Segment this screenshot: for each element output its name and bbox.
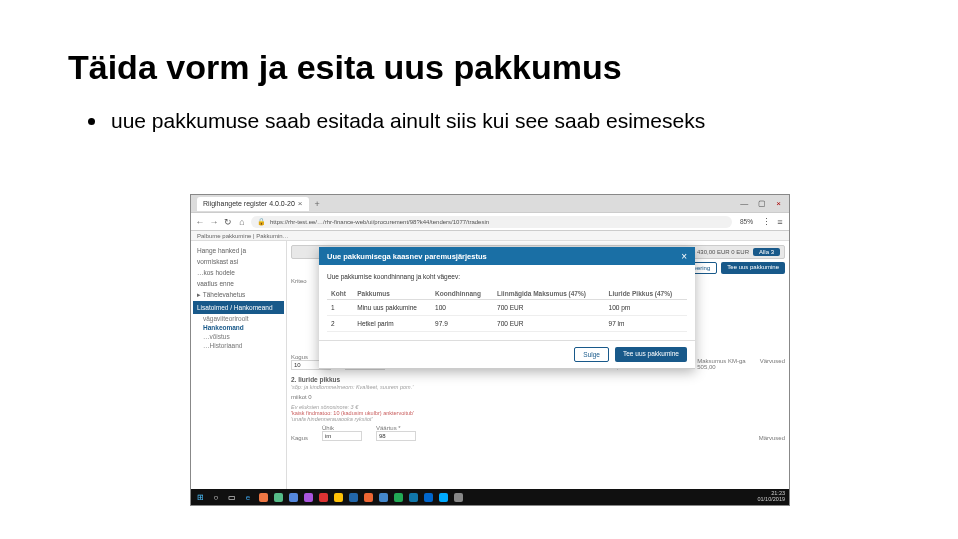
label-marvused: Märvused	[759, 435, 785, 441]
tb-app-icon[interactable]	[304, 493, 313, 502]
td-pikkus: 97 lm	[605, 316, 687, 332]
sidebar-subitem-active[interactable]: Hankeomand	[193, 323, 284, 332]
start-icon[interactable]: ⊞	[195, 492, 205, 502]
sidebar-section-label: Tähelevahetus	[203, 291, 246, 298]
browser-toolbar: ← → ↻ ⌂ 🔒 https://rhr-test.ee/…/rhr-fina…	[191, 213, 789, 231]
label-kogus2: Kagus	[291, 435, 308, 441]
tb-app-icon[interactable]	[259, 493, 268, 502]
modal-close-icon[interactable]: ×	[681, 251, 687, 262]
tb-app-icon[interactable]	[349, 493, 358, 502]
ranking-table: Koht Pakkumus Koondhinnang Liinmägida Ma…	[327, 288, 687, 332]
tb-app-icon[interactable]	[379, 493, 388, 502]
td-pakkumus: Minu uus pakkumine	[353, 300, 431, 316]
sidebar-item[interactable]: …kos hodele	[193, 267, 284, 278]
value-maksumus-kmga: 505,00	[697, 364, 745, 370]
tb-app-icon[interactable]	[454, 493, 463, 502]
label-varvused: Värvused	[760, 358, 785, 364]
zoom-level[interactable]: 85%	[736, 218, 757, 225]
window-controls: — ▢ ×	[740, 199, 789, 208]
url-text: https://rhr-test.ee/…/rhr-finance-web/ui…	[270, 219, 489, 225]
sidebar-item[interactable]: vaatlus enne	[193, 278, 284, 289]
banner-badge: Alla 3	[753, 248, 780, 256]
window-max-icon[interactable]: ▢	[758, 199, 766, 208]
input-vaartus[interactable]	[376, 431, 416, 441]
tb-app-icon[interactable]	[334, 493, 343, 502]
tb-app-icon[interactable]	[364, 493, 373, 502]
table-row: 1 Minu uus pakkumine 100 700 EUR 100 pm	[327, 300, 687, 316]
td-pikkus: 100 pm	[605, 300, 687, 316]
td-pakkumus: Hetkel parim	[353, 316, 431, 332]
window-close-icon[interactable]: ×	[776, 199, 781, 208]
modal-submit-button[interactable]: Tee uus pakkumine	[615, 347, 687, 362]
th-maksumus: Liinmägida Maksumus (47%)	[493, 288, 604, 300]
browser-window: Riigihangete register 4.0.0-20 × + — ▢ ×…	[190, 194, 790, 506]
tb-app-icon[interactable]	[289, 493, 298, 502]
tb-app-icon[interactable]	[424, 493, 433, 502]
sidebar-subitem[interactable]: vägaviiteoriroolt	[193, 314, 284, 323]
modal-close-button[interactable]: Sulge	[574, 347, 609, 362]
tab-title: Riigihangete register 4.0.0-20	[203, 200, 295, 207]
bookmark-text[interactable]: Palbume pakkumine | Pakkumin…	[197, 233, 289, 239]
caret-icon: ▸	[197, 291, 201, 298]
td-maksumus: 700 EUR	[493, 300, 604, 316]
section2-pneu: miikot 0	[291, 394, 785, 400]
lock-icon: 🔒	[257, 218, 266, 226]
clock-date: 01/10/2019	[757, 497, 785, 503]
address-bar[interactable]: 🔒 https://rhr-test.ee/…/rhr-finance-web/…	[251, 216, 732, 228]
sidebar-item[interactable]: vormiskast asi	[193, 256, 284, 267]
bullet-dot-icon	[88, 118, 95, 125]
td-koht: 2	[327, 316, 353, 332]
sidebar-item-active[interactable]: Lisatoimed / Hankomeand	[193, 301, 284, 314]
edge-icon[interactable]: e	[243, 492, 253, 502]
modal-title: Uue pakkumisega kaasnev paremusjärjestus	[327, 252, 487, 261]
section2-hint1: 'sõp: ja kindlommelmeom: Kvaliteet, suur…	[291, 384, 785, 390]
nav-fwd-icon[interactable]: →	[209, 217, 219, 227]
nav-reload-icon[interactable]: ↻	[223, 217, 233, 227]
browser-tabstrip: Riigihangete register 4.0.0-20 × + — ▢ ×	[191, 195, 789, 213]
th-koond: Koondhinnang	[431, 288, 493, 300]
nav-back-icon[interactable]: ←	[195, 217, 205, 227]
tb-app-icon[interactable]	[409, 493, 418, 502]
sidebar-subitem[interactable]: …Historiaand	[193, 341, 284, 350]
cortana-icon[interactable]: ○	[211, 492, 221, 502]
sidebar-item[interactable]: Hange hanked ja	[193, 245, 284, 256]
new-tab-icon[interactable]: +	[315, 199, 320, 209]
taskbar-tray: 21:23 01/10/2019	[757, 491, 785, 503]
window-min-icon[interactable]: —	[740, 199, 748, 208]
tb-app-icon[interactable]	[394, 493, 403, 502]
tb-app-icon[interactable]	[319, 493, 328, 502]
ranking-modal: Uue pakkumisega kaasnev paremusjärjestus…	[319, 247, 695, 369]
taskview-icon[interactable]: ▭	[227, 492, 237, 502]
td-koond: 100	[431, 300, 493, 316]
amount-row-2: Kagus Ühik Väärtus * Märvused	[291, 425, 785, 441]
page-body: Hange hanked ja vormiskast asi …kos hode…	[191, 241, 789, 489]
input-uhik2[interactable]	[322, 431, 362, 441]
modal-header: Uue pakkumisega kaasnev paremusjärjestus…	[319, 247, 695, 265]
windows-taskbar: ⊞ ○ ▭ e 21:23 01/10/2019	[191, 489, 789, 505]
modal-desc: Uue pakkumise koondhinnang ja koht vägee…	[327, 273, 687, 280]
section2-title: 2. liuride pikkus	[291, 376, 785, 383]
tb-app-icon[interactable]	[274, 493, 283, 502]
browser-tab[interactable]: Riigihangete register 4.0.0-20 ×	[197, 197, 309, 211]
tb-app-icon[interactable]	[439, 493, 448, 502]
sidebar-section[interactable]: ▸ Tähelevahetus	[193, 289, 284, 301]
menu-ham-icon[interactable]: ≡	[775, 217, 785, 227]
nav-home-icon[interactable]: ⌂	[237, 217, 247, 227]
taskbar-clock[interactable]: 21:23 01/10/2019	[757, 491, 785, 503]
tab-close-icon[interactable]: ×	[298, 199, 303, 208]
btn-new-offer[interactable]: Tee uus pakkumine	[721, 262, 785, 274]
th-koht: Koht	[327, 288, 353, 300]
sidebar: Hange hanked ja vormiskast asi …kos hode…	[191, 241, 287, 489]
sidebar-subitem[interactable]: …võistus	[193, 332, 284, 341]
th-pikkus: Liuride Pikkus (47%)	[605, 288, 687, 300]
main-panel: kinnistatu hetke 430,00 EUR 0 EUR Alla 3…	[287, 241, 789, 489]
bookmark-bar: Palbume pakkumine | Pakkumin…	[191, 231, 789, 241]
td-koht: 1	[327, 300, 353, 316]
modal-body: Uue pakkumise koondhinnang ja koht vägee…	[319, 265, 695, 340]
table-row: 2 Hetkel parim 97.9 700 EUR 97 lm	[327, 316, 687, 332]
slide-bullet-text: uue pakkumuse saab esitada ainult siis k…	[111, 109, 705, 133]
td-maksumus: 700 EUR	[493, 316, 604, 332]
menu-dots-icon[interactable]: ⋮	[761, 217, 771, 227]
slide-title: Täida vorm ja esita uus pakkumus	[0, 0, 958, 87]
td-koond: 97.9	[431, 316, 493, 332]
